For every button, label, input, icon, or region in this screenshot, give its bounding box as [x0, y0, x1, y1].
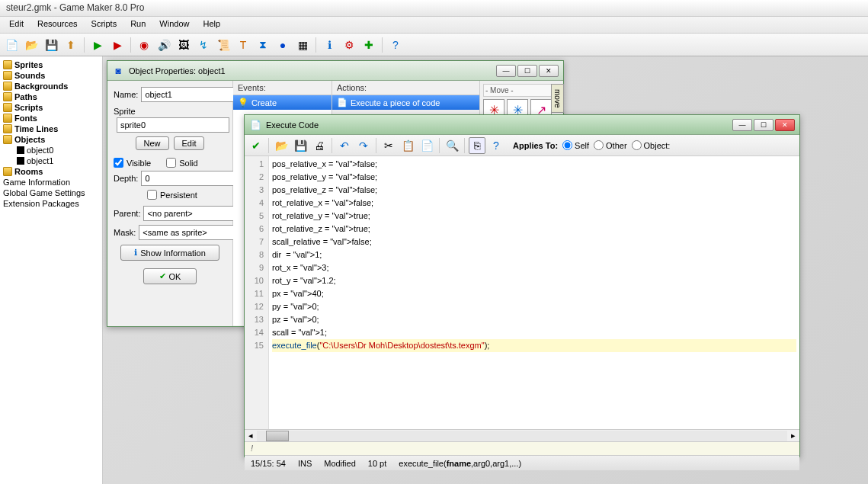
- folder-icon: [3, 124, 12, 133]
- help-icon[interactable]: ?: [488, 137, 504, 154]
- code-editor[interactable]: pos_relative_x = "val">false;pos_relativ…: [269, 156, 799, 429]
- info-icon: ℹ: [134, 248, 137, 258]
- font-icon[interactable]: T: [235, 37, 251, 53]
- background-icon[interactable]: 🖼: [175, 37, 192, 53]
- applies-object-radio[interactable]: Object:: [632, 140, 671, 150]
- applies-other-radio[interactable]: Other: [594, 140, 627, 150]
- horizontal-scrollbar[interactable]: ◂ ▸: [245, 429, 799, 441]
- sprite-label: Sprite: [114, 107, 226, 116]
- menu-window[interactable]: Window: [153, 17, 195, 33]
- run-icon[interactable]: ▶: [89, 37, 106, 53]
- copy-icon[interactable]: 📋: [399, 137, 416, 154]
- folder-icon: [3, 114, 12, 123]
- object-icon: ◙: [112, 65, 124, 77]
- applies-self-radio[interactable]: Self: [562, 140, 589, 150]
- lightbulb-icon: 💡: [238, 98, 248, 107]
- scroll-left-icon[interactable]: ◂: [245, 431, 257, 441]
- tree-globalsettings[interactable]: Global Game Settings: [2, 188, 101, 198]
- extension-icon[interactable]: ✚: [360, 37, 377, 53]
- folder-icon: [3, 135, 12, 144]
- sound-icon[interactable]: 🔊: [155, 37, 172, 53]
- paste-icon[interactable]: 📄: [418, 137, 435, 154]
- event-create[interactable]: 💡Create: [233, 95, 332, 110]
- palette-tab-move[interactable]: move: [551, 84, 564, 113]
- ok-button[interactable]: ✔OK: [143, 268, 197, 284]
- menu-resources[interactable]: Resources: [31, 17, 84, 33]
- show-info-button[interactable]: ℹShow Information: [120, 245, 219, 261]
- depth-label: Depth:: [114, 174, 138, 183]
- scroll-thumb[interactable]: [266, 431, 289, 441]
- folder-icon: [3, 60, 12, 69]
- edit-sprite-button[interactable]: Edit: [174, 136, 205, 150]
- menu-run[interactable]: Run: [124, 17, 152, 33]
- accept-icon[interactable]: ✔: [248, 137, 264, 154]
- settings-icon[interactable]: ⚙: [341, 37, 357, 53]
- goto-icon[interactable]: ⎘: [469, 137, 485, 154]
- save-icon[interactable]: 💾: [292, 137, 309, 154]
- help-icon[interactable]: ?: [387, 37, 404, 53]
- status-position: 15/15: 54: [251, 459, 286, 468]
- code-toolbar: ✔ 📂 💾 🖨 ↶ ↷ ✂ 📋 📄 🔍 ⎘ ? Applies To:: [245, 135, 799, 156]
- info-icon[interactable]: ℹ: [321, 37, 338, 53]
- solid-checkbox[interactable]: Solid: [166, 158, 197, 168]
- check-icon: ✔: [159, 271, 166, 281]
- minimize-button[interactable]: —: [496, 65, 516, 77]
- name-label: Name:: [114, 90, 138, 99]
- app-titlebar: steur2.gmk - Game Maker 8.0 Pro: [0, 0, 868, 17]
- menu-help[interactable]: Help: [197, 17, 226, 33]
- actions-header: Actions:: [332, 81, 479, 95]
- window-titlebar[interactable]: 📄 Execute Code — ☐ ✕: [245, 115, 799, 135]
- room-icon[interactable]: ▦: [294, 37, 311, 53]
- hint-bar: !: [245, 441, 799, 455]
- maximize-button[interactable]: ☐: [517, 65, 537, 77]
- object-icon[interactable]: ●: [274, 37, 291, 53]
- main-toolbar: 📄 📂 💾 ⬆ ▶ ▶ ◉ 🔊 🖼 ↯ 📜 T ⧗ ● ▦ ℹ ⚙ ✚ ?: [0, 34, 868, 56]
- folder-icon: [3, 71, 12, 80]
- folder-icon: [3, 103, 12, 112]
- status-function: execute_file(fname,arg0,arg1,...): [399, 459, 521, 468]
- path-icon[interactable]: ↯: [195, 37, 212, 53]
- redo-icon[interactable]: ↷: [355, 137, 372, 154]
- undo-icon[interactable]: ↶: [336, 137, 353, 154]
- object-icon: [17, 146, 24, 154]
- status-fontsize: 10 pt: [368, 459, 386, 468]
- print-icon[interactable]: 🖨: [311, 137, 328, 154]
- menubar: Edit Resources Scripts Run Window Help: [0, 17, 868, 34]
- mask-label: Mask:: [114, 228, 136, 237]
- debug-icon[interactable]: ▶: [109, 37, 126, 53]
- close-button[interactable]: ✕: [539, 65, 559, 77]
- code-icon: 📄: [337, 98, 348, 107]
- visible-checkbox[interactable]: Visible: [114, 158, 151, 168]
- resource-tree[interactable]: Sprites Sounds Backgrounds Paths Scripts…: [0, 56, 103, 484]
- actions-list[interactable]: 📄Execute a piece of code: [332, 95, 479, 110]
- close-button[interactable]: ✕: [775, 119, 795, 131]
- line-gutter: 123456789101112131415: [245, 156, 269, 429]
- code-icon: 📄: [249, 119, 261, 131]
- tree-gameinfo[interactable]: Game Information: [2, 177, 101, 188]
- menu-scripts[interactable]: Scripts: [85, 17, 123, 33]
- sprite-input[interactable]: [117, 117, 229, 133]
- minimize-button[interactable]: —: [732, 119, 752, 131]
- new-sprite-button[interactable]: New: [136, 136, 169, 150]
- script-icon[interactable]: 📜: [215, 37, 232, 53]
- export-icon[interactable]: ⬆: [62, 37, 79, 53]
- action-execute-code[interactable]: 📄Execute a piece of code: [332, 95, 479, 110]
- save-icon[interactable]: 💾: [43, 37, 59, 53]
- persistent-checkbox[interactable]: Persistent: [147, 190, 226, 200]
- maximize-button[interactable]: ☐: [754, 119, 774, 131]
- window-title: Object Properties: object1: [129, 66, 226, 75]
- scroll-right-icon[interactable]: ▸: [787, 431, 799, 441]
- window-titlebar[interactable]: ◙ Object Properties: object1 — ☐ ✕: [107, 61, 563, 81]
- tree-object1[interactable]: object1: [15, 155, 101, 166]
- window-title: Execute Code: [266, 120, 319, 130]
- new-icon[interactable]: 📄: [3, 37, 20, 53]
- find-icon[interactable]: 🔍: [444, 137, 460, 154]
- open-icon[interactable]: 📂: [23, 37, 40, 53]
- cut-icon[interactable]: ✂: [380, 137, 397, 154]
- open-icon[interactable]: 📂: [273, 137, 290, 154]
- menu-edit[interactable]: Edit: [3, 17, 30, 33]
- timeline-icon[interactable]: ⧗: [255, 37, 271, 53]
- sprite-icon[interactable]: ◉: [136, 37, 152, 53]
- tree-object0[interactable]: object0: [15, 145, 101, 155]
- tree-extensions[interactable]: Extension Packages: [2, 198, 101, 209]
